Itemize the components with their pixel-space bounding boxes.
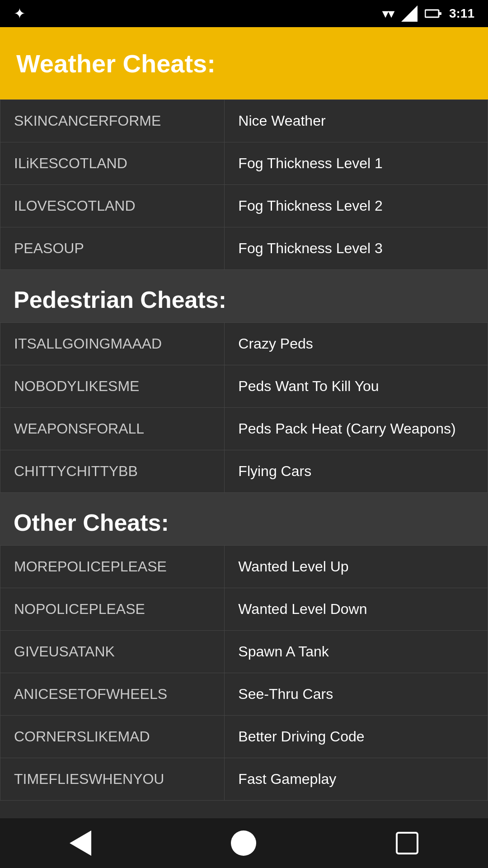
cheat-code: CHITTYCHITTYBB bbox=[0, 450, 225, 493]
cheat-effect: Peds Pack Heat (Carry Weapons) bbox=[225, 408, 488, 450]
pedestrian-section-header: Pedestrian Cheats: bbox=[0, 270, 488, 322]
cheat-code: TIMEFLIESWHENYOU bbox=[0, 758, 225, 801]
cheat-effect: Nice Weather bbox=[225, 100, 488, 142]
weather-header: Weather Cheats: bbox=[0, 27, 488, 99]
cheat-effect: Wanted Level Down bbox=[225, 588, 488, 631]
cheat-code: ANICESETOFWHEELS bbox=[0, 673, 225, 716]
cheat-effect: Flying Cars bbox=[225, 450, 488, 493]
recents-icon bbox=[396, 832, 418, 854]
signal-icon bbox=[401, 5, 418, 22]
cheat-code: PEASOUP bbox=[0, 227, 225, 270]
cheat-code: GIVEUSATANK bbox=[0, 631, 225, 673]
cheat-effect: Crazy Peds bbox=[225, 323, 488, 365]
weather-table: SKINCANCERFORME Nice Weather ILiKESCOTLA… bbox=[0, 99, 488, 270]
table-row[interactable]: SKINCANCERFORME Nice Weather bbox=[0, 100, 488, 142]
cheat-code: ILiKESCOTLAND bbox=[0, 142, 225, 185]
back-icon bbox=[70, 830, 91, 856]
table-row[interactable]: WEAPONSFORALL Peds Pack Heat (Carry Weap… bbox=[0, 408, 488, 450]
home-button[interactable] bbox=[231, 830, 256, 856]
status-bar: ✦ ▾▾ 3:11 bbox=[0, 0, 488, 27]
weather-title: Weather Cheats: bbox=[16, 49, 216, 78]
app-icon: ✦ bbox=[14, 5, 26, 22]
pedestrian-title: Pedestrian Cheats: bbox=[14, 287, 226, 313]
nav-bar bbox=[0, 818, 488, 868]
cheat-effect: Fog Thickness Level 3 bbox=[225, 227, 488, 270]
table-row[interactable]: GIVEUSATANK Spawn A Tank bbox=[0, 631, 488, 673]
cheat-effect: Wanted Level Up bbox=[225, 546, 488, 588]
cheat-code: WEAPONSFORALL bbox=[0, 408, 225, 450]
cheat-code: ILOVESCOTLAND bbox=[0, 185, 225, 227]
wifi-icon: ▾▾ bbox=[382, 7, 394, 21]
battery-icon bbox=[425, 9, 442, 19]
table-row[interactable]: MOREPOLICEPLEASE Wanted Level Up bbox=[0, 546, 488, 588]
home-icon bbox=[231, 830, 256, 856]
table-row[interactable]: TIMEFLIESWHENYOU Fast Gameplay bbox=[0, 758, 488, 801]
cheat-effect: Spawn A Tank bbox=[225, 631, 488, 673]
cheat-effect: Fast Gameplay bbox=[225, 758, 488, 801]
table-row[interactable]: ANICESETOFWHEELS See-Thru Cars bbox=[0, 673, 488, 716]
table-row[interactable]: ILiKESCOTLAND Fog Thickness Level 1 bbox=[0, 142, 488, 185]
svg-rect-1 bbox=[425, 10, 439, 17]
pedestrian-table: ITSALLGOINGMAAAD Crazy Peds NOBODYLIKESM… bbox=[0, 322, 488, 493]
other-section-header: Other Cheats: bbox=[0, 493, 488, 545]
cheat-code: NOPOLICEPLEASE bbox=[0, 588, 225, 631]
table-row[interactable]: CORNERSLIKEMAD Better Driving Code bbox=[0, 716, 488, 758]
cheat-code: MOREPOLICEPLEASE bbox=[0, 546, 225, 588]
cheat-effect: Fog Thickness Level 1 bbox=[225, 142, 488, 185]
cheat-code: SKINCANCERFORME bbox=[0, 100, 225, 142]
table-row[interactable]: ITSALLGOINGMAAAD Crazy Peds bbox=[0, 323, 488, 365]
status-bar-left: ✦ bbox=[14, 5, 26, 22]
table-row[interactable]: NOBODYLIKESME Peds Want To Kill You bbox=[0, 365, 488, 408]
cheat-effect: See-Thru Cars bbox=[225, 673, 488, 716]
recents-button[interactable] bbox=[396, 832, 418, 854]
table-row[interactable]: PEASOUP Fog Thickness Level 3 bbox=[0, 227, 488, 270]
back-button[interactable] bbox=[70, 830, 91, 856]
svg-rect-2 bbox=[439, 12, 441, 15]
cheat-effect: Fog Thickness Level 2 bbox=[225, 185, 488, 227]
cheat-code: NOBODYLIKESME bbox=[0, 365, 225, 408]
cheat-effect: Peds Want To Kill You bbox=[225, 365, 488, 408]
status-bar-right: ▾▾ 3:11 bbox=[382, 5, 474, 22]
status-time: 3:11 bbox=[449, 6, 474, 21]
cheat-code: CORNERSLIKEMAD bbox=[0, 716, 225, 758]
svg-marker-0 bbox=[401, 5, 418, 22]
table-row[interactable]: ILOVESCOTLAND Fog Thickness Level 2 bbox=[0, 185, 488, 227]
other-table: MOREPOLICEPLEASE Wanted Level Up NOPOLIC… bbox=[0, 545, 488, 801]
table-row[interactable]: CHITTYCHITTYBB Flying Cars bbox=[0, 450, 488, 493]
table-row[interactable]: NOPOLICEPLEASE Wanted Level Down bbox=[0, 588, 488, 631]
cheat-code: ITSALLGOINGMAAAD bbox=[0, 323, 225, 365]
cheat-effect: Better Driving Code bbox=[225, 716, 488, 758]
content-wrapper: Weather Cheats: SKINCANCERFORME Nice Wea… bbox=[0, 27, 488, 850]
other-title: Other Cheats: bbox=[14, 509, 169, 536]
